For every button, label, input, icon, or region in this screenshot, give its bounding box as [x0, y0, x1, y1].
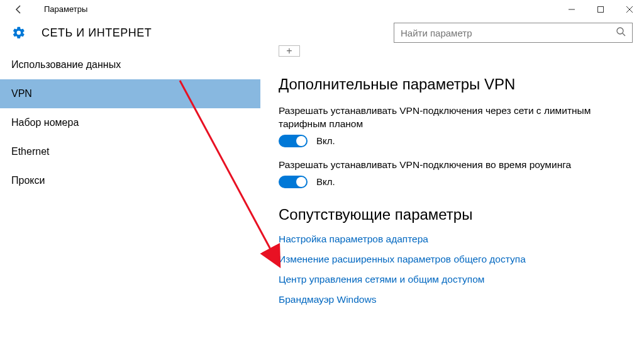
- header: СЕТЬ И ИНТЕРНЕТ: [0, 19, 644, 50]
- advanced-heading: Дополнительные параметры VPN: [279, 76, 625, 93]
- gear-icon[interactable]: [11, 25, 26, 40]
- setting-label: Разрешать устанавливать VPN-подключения …: [279, 104, 625, 131]
- sidebar-item-data-usage[interactable]: Использование данных: [0, 50, 260, 79]
- sidebar-item-dialup[interactable]: Набор номера: [0, 108, 260, 137]
- add-vpn-tile[interactable]: +: [279, 45, 300, 57]
- main: Использование данных VPN Набор номера Et…: [0, 50, 644, 350]
- setting-label: Разрешать устанавливать VPN-подключения …: [279, 159, 625, 172]
- sidebar-item-ethernet[interactable]: Ethernet: [0, 137, 260, 166]
- sidebar-item-proxy[interactable]: Прокси: [0, 166, 260, 195]
- content: + Дополнительные параметры VPN Разрешать…: [261, 50, 644, 350]
- svg-point-2: [617, 28, 623, 34]
- sidebar: Использование данных VPN Набор номера Et…: [0, 50, 261, 350]
- page-title: СЕТЬ И ИНТЕРНЕТ: [42, 26, 152, 40]
- svg-line-3: [623, 33, 625, 36]
- link-sharing-settings[interactable]: Изменение расширенных параметров общего …: [279, 254, 625, 265]
- window-controls: [557, 0, 644, 19]
- sidebar-item-vpn[interactable]: VPN: [0, 79, 260, 108]
- minimize-button[interactable]: [557, 0, 586, 19]
- link-adapter-settings[interactable]: Настройка параметров адаптера: [279, 234, 625, 245]
- sidebar-item-label: VPN: [11, 88, 32, 99]
- link-firewall[interactable]: Брандмауэр Windows: [279, 294, 625, 305]
- search-box[interactable]: [394, 23, 633, 43]
- back-button[interactable]: [11, 2, 26, 17]
- sidebar-item-label: Ethernet: [11, 146, 49, 157]
- setting-item: Разрешать устанавливать VPN-подключения …: [279, 159, 625, 188]
- plus-icon: +: [286, 45, 292, 57]
- toggle-state: Вкл.: [316, 135, 335, 146]
- toggle-metered[interactable]: [279, 135, 308, 147]
- related-heading: Сопутствующие параметры: [279, 206, 625, 223]
- search-input[interactable]: [401, 28, 616, 38]
- setting-item: Разрешать устанавливать VPN-подключения …: [279, 104, 625, 147]
- link-network-center[interactable]: Центр управления сетями и общим доступом: [279, 274, 625, 285]
- close-button[interactable]: [615, 0, 644, 19]
- sidebar-item-label: Прокси: [11, 175, 45, 186]
- search-icon: [616, 26, 626, 39]
- sidebar-item-label: Набор номера: [11, 117, 79, 128]
- window-title: Параметры: [44, 4, 87, 14]
- toggle-roaming[interactable]: [279, 176, 308, 188]
- svg-rect-1: [598, 6, 604, 12]
- sidebar-item-label: Использование данных: [11, 59, 121, 71]
- toggle-state: Вкл.: [316, 176, 335, 187]
- titlebar: Параметры: [0, 0, 644, 19]
- maximize-button[interactable]: [586, 0, 615, 19]
